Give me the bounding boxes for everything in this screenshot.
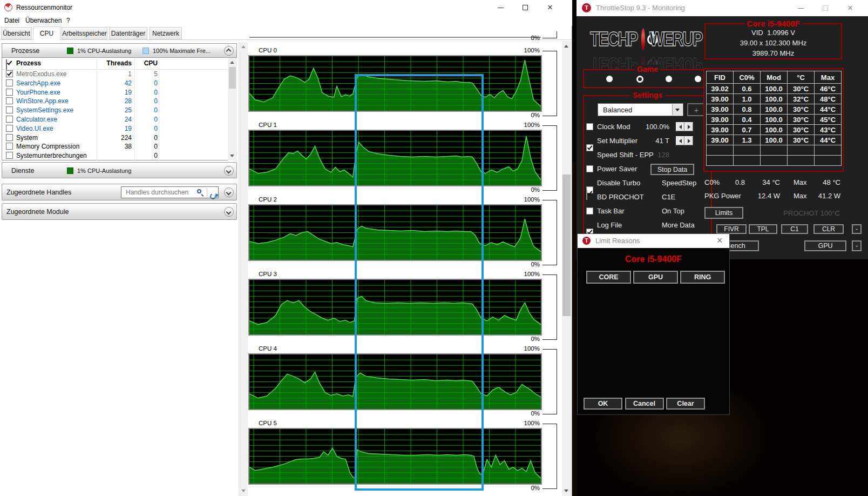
max-freq-legend-swatch: [143, 48, 149, 54]
handles-expand-button[interactable]: [224, 187, 234, 197]
logo-power-icon: [641, 28, 645, 51]
module-expand-button[interactable]: [224, 207, 234, 217]
process-row[interactable]: Systemunterbrechungen0: [2, 151, 228, 159]
setting-checkbox-disable-turbo[interactable]: [586, 207, 593, 215]
spin-up-button[interactable]: [684, 122, 693, 131]
process-checkbox[interactable]: [6, 89, 13, 96]
rm-close-button[interactable]: ×: [538, 0, 562, 15]
menu-datei[interactable]: Datei: [4, 17, 19, 24]
search-icon[interactable]: [197, 189, 201, 193]
game-radio-0[interactable]: [606, 76, 613, 82]
dialog-button-ring[interactable]: RING: [680, 271, 725, 284]
col-prozess[interactable]: Prozess: [16, 59, 41, 67]
process-checkbox[interactable]: [6, 152, 13, 159]
ts-minimize-button[interactable]: [788, 0, 813, 16]
fid-cell: 39.00: [707, 94, 734, 104]
tab-übersicht[interactable]: Übersicht: [1, 27, 32, 39]
game-radio-1[interactable]: [636, 76, 643, 83]
process-row[interactable]: System2240: [2, 133, 228, 143]
combo-dropdown-button[interactable]: [672, 104, 682, 115]
dialog-action-clear[interactable]: Clear: [666, 398, 705, 410]
process-name: System: [16, 134, 38, 142]
fid-cell: 100.0: [761, 94, 788, 104]
menu-help[interactable]: ?: [66, 17, 70, 24]
dialog-button-core[interactable]: CORE: [586, 271, 631, 284]
ts-maximize-button[interactable]: [813, 0, 838, 16]
handles-search-box[interactable]: Handles durchsuchen: [121, 186, 219, 198]
profile-combobox[interactable]: Balanced: [598, 103, 683, 116]
limits-button[interactable]: Limits: [704, 207, 743, 219]
refresh-icon[interactable]: [209, 192, 216, 200]
profile-checkbox[interactable]: [586, 190, 587, 200]
rm-minimize-button[interactable]: [488, 0, 513, 15]
button-clr[interactable]: CLR: [813, 224, 844, 234]
fid-cell: 1.0: [734, 94, 761, 104]
graphs-scrollbar-thumb[interactable]: [562, 175, 571, 316]
process-checkbox[interactable]: [6, 134, 13, 141]
process-row[interactable]: SearchApp.exe420: [2, 79, 228, 88]
spin-down-button[interactable]: [676, 136, 684, 145]
process-checkbox[interactable]: [6, 79, 13, 86]
process-checkbox[interactable]: [6, 125, 13, 132]
dialog-close-button[interactable]: ×: [717, 235, 723, 246]
button-tpl[interactable]: TPL: [749, 224, 777, 234]
button--[interactable]: -: [852, 240, 862, 251]
game-radio-3[interactable]: [695, 76, 701, 82]
fid-cell: 45°C: [815, 115, 842, 125]
process-threads: 224: [80, 134, 132, 142]
process-row[interactable]: Calculator.exe240: [2, 115, 228, 124]
processes-header[interactable]: Prozesse 1% CPU-Auslastung 100% Maximale…: [2, 43, 237, 58]
spin-down-button[interactable]: [676, 122, 684, 131]
left-panel-scrollbar[interactable]: [239, 42, 248, 496]
rm-maximize-button[interactable]: [513, 0, 538, 15]
dienste-section-header[interactable]: Dienste 1% CPU-Auslastung: [2, 162, 237, 178]
ts-close-button[interactable]: ×: [838, 0, 863, 16]
button--[interactable]: -: [852, 224, 862, 234]
processes-collapse-button[interactable]: [224, 46, 234, 56]
stop-data-button[interactable]: Stop Data: [650, 164, 694, 175]
fid-cell: 44°C: [815, 104, 842, 115]
processes-title: Prozesse: [11, 47, 39, 55]
setting-checkbox-set-multiplier[interactable]: [586, 144, 593, 151]
dialog-button-gpu[interactable]: GPU: [633, 271, 678, 284]
button-c1[interactable]: C1: [781, 224, 808, 234]
process-checkbox[interactable]: [6, 116, 13, 123]
handles-section-header[interactable]: Zugeordnete Handles Handles durchsuchen: [2, 184, 237, 200]
process-checkbox[interactable]: [6, 97, 13, 104]
tab-cpu[interactable]: CPU: [33, 26, 60, 40]
process-header-checkbox[interactable]: [6, 59, 7, 70]
process-row[interactable]: Video.UI.exe190: [2, 124, 228, 133]
tab-netzwerk[interactable]: Netzwerk: [150, 27, 182, 39]
module-section-header[interactable]: Zugeordnete Module: [2, 203, 237, 220]
graphs-scrollbar[interactable]: [562, 41, 571, 496]
process-row[interactable]: SystemSettings.exe250: [2, 106, 228, 115]
add-profile-button[interactable]: +: [687, 103, 706, 116]
dienste-expand-button[interactable]: [224, 166, 234, 176]
tab-arbeitsspeicher[interactable]: Arbeitsspeicher: [62, 27, 107, 39]
process-row[interactable]: Memory Compression380: [2, 142, 228, 151]
process-checkbox[interactable]: [6, 106, 13, 113]
process-checkbox[interactable]: [6, 143, 13, 150]
dialog-action-cancel[interactable]: Cancel: [625, 398, 664, 410]
process-row[interactable]: YourPhone.exe190: [2, 88, 228, 97]
process-checkbox[interactable]: [6, 70, 13, 77]
setting-label: SpeedStep: [662, 179, 696, 187]
game-title: Game: [634, 65, 661, 73]
menu-ueberwachen[interactable]: Überwachen: [25, 17, 62, 24]
button-fivr[interactable]: FIVR: [716, 224, 747, 234]
spin-up-button[interactable]: [684, 136, 693, 145]
tab-datenträger[interactable]: Datenträger: [109, 27, 147, 39]
col-cpu[interactable]: CPU: [137, 59, 158, 67]
setting-checkbox-speed-shift-epp[interactable]: [586, 165, 593, 172]
game-radio-2[interactable]: [666, 76, 672, 82]
dialog-action-ok[interactable]: OK: [584, 398, 622, 410]
process-row[interactable]: MetroExodus.exe15: [2, 70, 228, 79]
process-row[interactable]: WinStore.App.exe280: [2, 97, 228, 106]
col-threads[interactable]: Threads: [80, 59, 132, 67]
game-box: Game: [583, 69, 712, 88]
setting-checkbox-clock-mod[interactable]: [586, 123, 593, 130]
fid-cell: 39.00: [707, 125, 734, 135]
process-list-scrollbar[interactable]: [228, 58, 237, 160]
fid-cell: 39.02: [707, 84, 734, 94]
button-gpu[interactable]: GPU: [804, 240, 846, 251]
